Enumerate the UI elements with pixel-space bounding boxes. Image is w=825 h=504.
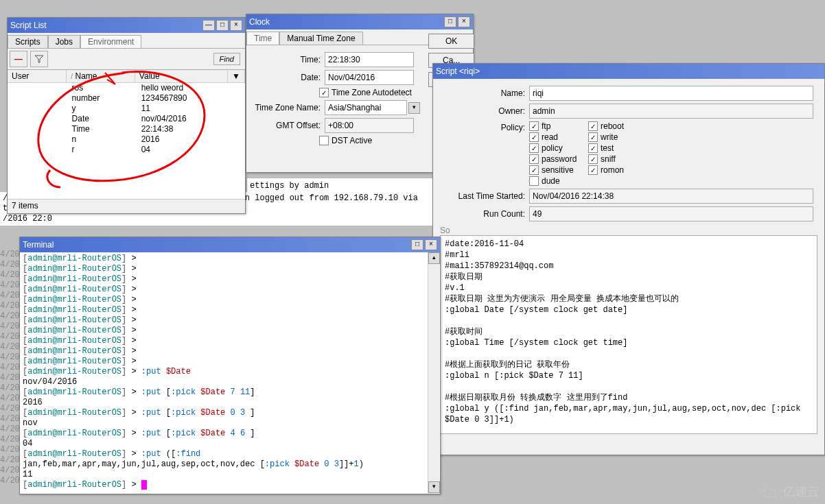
maximize-button[interactable]: □: [216, 20, 229, 31]
script-name-input[interactable]: [529, 86, 813, 101]
rc-input: [529, 206, 813, 221]
policy-write[interactable]: ✓write: [588, 132, 644, 142]
cell-value: nov/04/2016: [137, 114, 245, 124]
cloud-icon: [760, 485, 780, 499]
col-user[interactable]: User: [8, 70, 67, 82]
scrollbar[interactable]: ▴ ▾: [428, 252, 439, 493]
terminal-line: [admin@mrli-RouterOS] >: [23, 285, 437, 295]
terminal-line: nov/04/2016: [23, 377, 437, 387]
cell-name: r: [68, 145, 137, 155]
cell-user: [8, 114, 68, 124]
ok-button[interactable]: OK: [428, 34, 474, 49]
policy-reboot[interactable]: ✓reboot: [588, 121, 644, 131]
checkbox-icon: ✓: [588, 165, 598, 175]
tab-manual-tz[interactable]: Manual Time Zone: [279, 32, 362, 45]
cell-name: Time: [68, 124, 137, 134]
terminal-line: [admin@mrli-RouterOS] >: [23, 264, 437, 274]
script-source[interactable]: #date:2016-11-04#mrli#mail:357892314@qq.…: [440, 235, 817, 434]
table-row[interactable]: Datenov/04/2016: [8, 114, 245, 124]
cell-name: y: [68, 104, 137, 114]
policy-romon[interactable]: ✓romon: [588, 165, 644, 175]
col-value[interactable]: Value: [135, 70, 228, 82]
funnel-icon: [34, 54, 44, 64]
table-row[interactable]: y11: [8, 104, 245, 114]
table-row[interactable]: Time22:14:38: [8, 124, 245, 134]
policy-policy[interactable]: ✓policy: [529, 143, 585, 153]
cell-name: n: [68, 134, 137, 145]
dropdown-arrow[interactable]: ▾: [408, 102, 420, 114]
checkbox-icon: ✓: [529, 132, 539, 142]
status-bar: 7 items: [8, 199, 245, 212]
table-row[interactable]: r04: [8, 145, 245, 155]
cell-value: 1234567890: [137, 93, 245, 104]
gmt-input: [325, 118, 414, 133]
cell-value: hello weord: [137, 83, 245, 93]
lts-input: [529, 189, 813, 204]
table-row[interactable]: number1234567890: [8, 93, 245, 104]
window-title: Clock: [249, 17, 270, 27]
checkbox-icon: ✓: [529, 143, 539, 153]
remove-button[interactable]: —: [10, 51, 27, 67]
script-titlebar[interactable]: Script <riqi>: [433, 64, 824, 79]
cell-user: [8, 145, 68, 155]
maximize-button[interactable]: □: [444, 16, 456, 27]
policy-test[interactable]: ✓test: [588, 143, 644, 153]
window-title: Script <riqi>: [436, 67, 480, 76]
rc-label: Run Count:: [444, 209, 529, 219]
checkbox-icon: ✓: [529, 121, 539, 131]
close-button[interactable]: ×: [230, 20, 242, 31]
checkbox-icon: ✓: [588, 121, 598, 131]
scroll-down-icon[interactable]: ▾: [428, 481, 440, 493]
tab-time[interactable]: Time: [246, 32, 279, 45]
terminal-titlebar[interactable]: Terminal □ ×: [20, 237, 440, 252]
terminal-line: [admin@mrli-RouterOS] > :put ([:find jan…: [23, 449, 437, 470]
owner-input: [529, 104, 813, 119]
tz-name-input[interactable]: [325, 100, 407, 115]
terminal-body[interactable]: [admin@mrli-RouterOS] >[admin@mrli-Route…: [20, 252, 440, 494]
script-list-titlebar[interactable]: Script List — □ ×: [8, 18, 245, 33]
terminal-line: [admin@mrli-RouterOS] > :put [:pick $Dat…: [23, 387, 437, 398]
cell-name: number: [68, 93, 137, 104]
lts-label: Last Time Started:: [444, 191, 529, 201]
date-input[interactable]: [325, 70, 414, 85]
cell-user: [8, 124, 68, 134]
cell-user: [8, 93, 68, 104]
policy-read[interactable]: ✓read: [529, 132, 585, 142]
clock-titlebar[interactable]: Clock □ ×: [246, 14, 473, 29]
time-input[interactable]: [325, 52, 414, 67]
checkbox-icon: ✓: [529, 154, 539, 164]
terminal-line: 11: [23, 470, 437, 480]
tab-jobs[interactable]: Jobs: [48, 35, 80, 48]
terminal-line: 2016: [23, 398, 437, 408]
dst-checkbox: DST Active: [319, 136, 372, 145]
terminal-line: 04: [23, 439, 437, 449]
col-name[interactable]: / Name: [67, 70, 135, 82]
table-row[interactable]: n2016: [8, 134, 245, 145]
terminal-line: [admin@mrli-RouterOS] >: [23, 357, 437, 367]
close-button[interactable]: ×: [458, 16, 470, 27]
log-settings-line: ettings by admin: [247, 178, 439, 193]
close-button[interactable]: ×: [425, 239, 437, 250]
tz-autodetect-checkbox[interactable]: ✓Time Zone Autodetect: [319, 88, 412, 97]
policy-dude[interactable]: dude: [529, 176, 585, 186]
checkbox-icon: ✓: [588, 132, 598, 142]
filter-button[interactable]: [30, 51, 48, 67]
scroll-up-icon[interactable]: ▴: [428, 252, 440, 264]
tab-scripts[interactable]: Scripts: [8, 35, 48, 48]
terminal-line: [admin@mrli-RouterOS] >: [23, 346, 437, 357]
time-label: Time:: [255, 55, 325, 64]
policy-password[interactable]: ✓password: [529, 154, 585, 164]
minimize-button[interactable]: —: [202, 20, 215, 31]
policy-ftp[interactable]: ✓ftp: [529, 121, 585, 131]
tab-environment[interactable]: Environment: [80, 35, 141, 48]
policy-sensitive[interactable]: ✓sensitive: [529, 165, 585, 175]
table-row[interactable]: roshello weord: [8, 83, 245, 93]
find-button[interactable]: Find: [213, 53, 240, 65]
source-label: So: [440, 226, 450, 235]
cell-value: 11: [137, 104, 245, 114]
policy-sniff[interactable]: ✓sniff: [588, 154, 644, 164]
cell-user: [8, 83, 68, 93]
window-title: Terminal: [23, 240, 54, 250]
maximize-button[interactable]: □: [411, 239, 423, 250]
terminal-line: [admin@mrli-RouterOS] >: [23, 305, 437, 315]
